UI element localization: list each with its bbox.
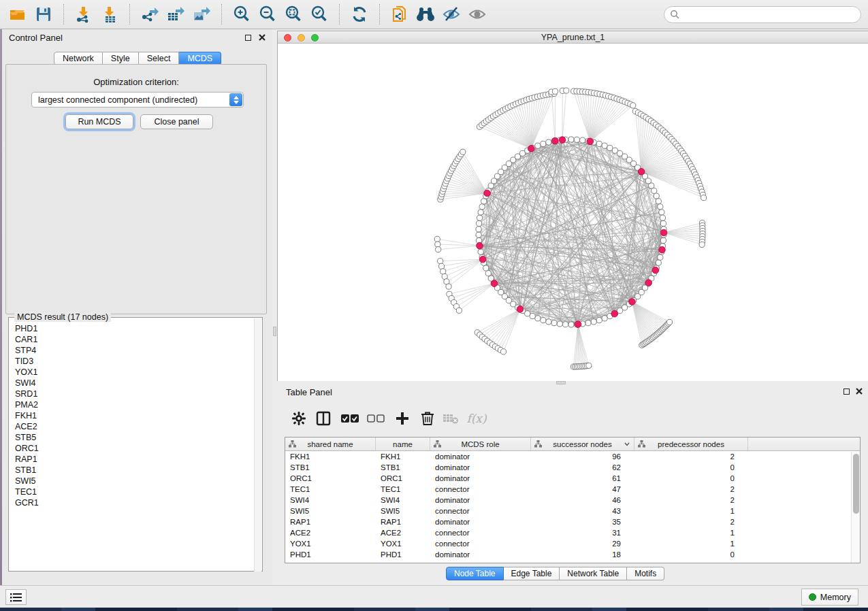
mcds-list-scrollbar[interactable] — [254, 318, 261, 572]
optimization-criterion-select[interactable]: largest connected component (undirected) — [31, 92, 244, 108]
table-row[interactable]: ACE2 ACE2 connector 31 1 — [285, 527, 860, 538]
column-header-successor-nodes[interactable]: successor nodes — [531, 437, 634, 450]
delete-table-button[interactable] — [440, 408, 462, 429]
toolbar-separator — [379, 4, 380, 24]
tab-select[interactable]: Select — [139, 52, 180, 65]
export-image-icon — [192, 5, 211, 24]
save-button[interactable] — [33, 3, 54, 25]
run-mcds-button[interactable]: Run MCDS — [65, 114, 133, 129]
table-header-row: shared name name MCDS role successor nod… — [285, 437, 860, 451]
table-row[interactable]: SWI5 SWI5 connector 43 1 — [285, 506, 860, 516]
gear-icon — [291, 411, 306, 426]
table-settings-button[interactable] — [288, 408, 310, 429]
column-header-shared-name[interactable]: shared name — [285, 437, 376, 450]
fx-icon: f(x) — [466, 412, 486, 425]
table-row[interactable]: FKH1 FKH1 dominator 96 2 — [285, 451, 860, 462]
export-network-button[interactable] — [139, 3, 161, 25]
mcds-result-item[interactable]: FKH1 — [10, 410, 255, 421]
tab-edge-table[interactable]: Edge Table — [504, 567, 560, 580]
mcds-result-item[interactable]: PHD1 — [10, 323, 255, 334]
list-icon — [10, 593, 22, 602]
mcds-result-item[interactable]: STP4 — [10, 345, 255, 356]
mcds-result-item[interactable]: SWI5 — [10, 476, 255, 486]
import-network-button[interactable] — [73, 3, 95, 25]
network-canvas[interactable] — [278, 44, 868, 382]
zoom-fit-button[interactable] — [283, 3, 304, 25]
table-row[interactable]: SWI4 SWI4 dominator 46 2 — [285, 495, 860, 506]
network-view-window: YPA_prune.txt_1 — [277, 31, 868, 381]
import-table-button[interactable] — [99, 3, 120, 25]
refresh-icon — [351, 5, 368, 23]
zoom-out-button[interactable] — [257, 3, 278, 25]
toolbar-separator — [339, 4, 340, 24]
table-row[interactable]: ORC1 ORC1 dominator 61 0 — [285, 473, 860, 484]
mcds-result-item[interactable]: ORC1 — [10, 443, 255, 454]
close-icon[interactable] — [855, 387, 863, 395]
mcds-result-item[interactable]: SWI4 — [10, 378, 255, 389]
tab-motifs[interactable]: Motifs — [627, 567, 664, 580]
task-log-button[interactable] — [5, 589, 27, 605]
main-toolbar — [0, 0, 868, 29]
control-panel-header: Control Panel — [2, 29, 272, 46]
function-builder-button[interactable]: f(x) — [466, 408, 487, 429]
node-table: shared name name MCDS role successor nod… — [285, 437, 861, 563]
float-window-icon[interactable] — [843, 389, 850, 395]
search-input[interactable] — [683, 10, 855, 19]
tab-node-table[interactable]: Node Table — [446, 567, 504, 580]
zoom-selected-button[interactable] — [308, 3, 330, 25]
network-window-titlebar[interactable]: YPA_prune.txt_1 — [278, 31, 868, 44]
table-row[interactable]: PHD1 PHD1 dominator 18 0 — [285, 549, 860, 560]
select-all-rows-button[interactable] — [339, 408, 361, 429]
refresh-button[interactable] — [349, 3, 370, 25]
search-icon — [670, 10, 679, 19]
table-row[interactable]: TEC1 TEC1 connector 47 2 — [285, 484, 860, 495]
close-icon[interactable] — [258, 33, 266, 42]
open-file-button[interactable] — [7, 3, 29, 25]
binoculars-icon — [415, 4, 436, 24]
mcds-result-item[interactable]: SRD1 — [10, 389, 255, 399]
mcds-result-item[interactable]: YOX1 — [10, 367, 255, 378]
mcds-result-item[interactable]: RAP1 — [10, 454, 255, 465]
zoom-in-button[interactable] — [231, 3, 253, 25]
table-scrollbar[interactable] — [851, 452, 860, 563]
mcds-result-item[interactable]: GCR1 — [10, 497, 255, 508]
delete-column-button[interactable] — [417, 408, 438, 429]
mcds-result-item[interactable]: TID3 — [10, 356, 255, 367]
export-network-icon — [140, 5, 159, 24]
column-header-mcds-role[interactable]: MCDS role — [430, 437, 531, 450]
import-table-icon — [101, 5, 118, 23]
float-window-icon[interactable] — [245, 35, 251, 41]
column-header-predecessor-nodes[interactable]: predecessor nodes — [634, 437, 748, 450]
show-all-button[interactable] — [466, 3, 488, 25]
search-binoculars-button[interactable] — [415, 3, 436, 25]
tab-network-table[interactable]: Network Table — [560, 567, 627, 580]
mcds-result-item[interactable]: STB5 — [10, 432, 255, 443]
export-table-button[interactable] — [165, 3, 187, 25]
mcds-result-item[interactable]: PMA2 — [10, 399, 255, 410]
toolbar-separator — [63, 4, 64, 24]
export-image-button[interactable] — [191, 3, 212, 25]
vertical-splitter[interactable] — [272, 29, 277, 585]
add-column-button[interactable] — [391, 408, 413, 429]
tab-style[interactable]: Style — [103, 52, 139, 65]
deselect-all-rows-button[interactable] — [365, 408, 387, 429]
table-row[interactable]: STB1 STB1 dominator 62 0 — [285, 462, 860, 473]
search-box — [664, 6, 861, 23]
close-panel-button[interactable]: Close panel — [140, 114, 213, 129]
hide-selected-button[interactable] — [440, 3, 462, 25]
tab-mcds[interactable]: MCDS — [179, 52, 221, 65]
memory-button[interactable]: Memory — [801, 589, 858, 606]
column-header-name[interactable]: name — [376, 437, 430, 450]
mcds-result-item[interactable]: ACE2 — [10, 421, 255, 432]
splitter-handle[interactable] — [273, 327, 276, 336]
table-scrollbar-thumb[interactable] — [853, 454, 859, 514]
table-row[interactable]: YOX1 YOX1 connector 29 1 — [285, 538, 860, 549]
plus-icon — [396, 412, 409, 425]
new-network-from-selection-button[interactable] — [389, 3, 411, 25]
mcds-result-item[interactable]: CAR1 — [10, 334, 255, 345]
tab-network[interactable]: Network — [54, 52, 103, 65]
mcds-result-item[interactable]: STB1 — [10, 465, 255, 476]
show-columns-button[interactable] — [312, 408, 334, 429]
table-row[interactable]: RAP1 RAP1 dominator 35 2 — [285, 516, 860, 527]
mcds-result-item[interactable]: TEC1 — [10, 486, 255, 497]
